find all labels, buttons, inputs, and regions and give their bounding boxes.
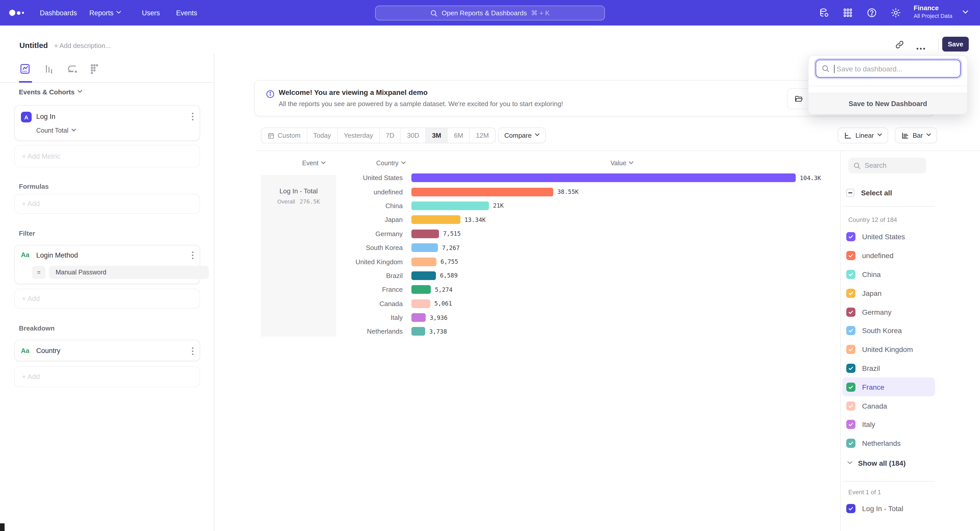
data-settings-icon[interactable] <box>819 7 830 18</box>
bar-brazil[interactable] <box>411 271 436 280</box>
section-label: Breakdown <box>19 324 55 332</box>
project-switcher[interactable]: Finance All Project Data <box>914 4 953 19</box>
bar-china[interactable] <box>411 201 489 210</box>
bar-united-kingdom[interactable] <box>411 257 436 266</box>
add-filter-button[interactable]: + Add <box>14 289 200 309</box>
bar-netherlands[interactable] <box>411 327 425 336</box>
kebab-icon[interactable] <box>192 113 193 120</box>
link-icon[interactable] <box>895 40 904 52</box>
column-header-country[interactable]: Country <box>376 160 406 167</box>
add-metric-button[interactable]: + Add Metric <box>14 145 200 167</box>
metric-event-name[interactable]: Log In <box>36 113 56 120</box>
nav-item-dashboards[interactable]: Dashboards <box>40 0 77 25</box>
country-filter-item-united-states[interactable]: United States <box>842 228 935 246</box>
tab-funnels-bar-icon[interactable] <box>43 63 55 75</box>
date-segment-today[interactable]: Today <box>307 128 338 143</box>
checked-checkbox[interactable] <box>846 401 856 411</box>
bar-japan[interactable] <box>411 216 460 224</box>
bar-italy[interactable] <box>411 313 426 322</box>
scale-label: Linear <box>856 132 874 139</box>
indeterminate-checkbox[interactable] <box>846 189 854 197</box>
show-all-toggle[interactable]: Show all (184) <box>847 459 906 467</box>
compare-button[interactable]: Compare <box>498 127 546 143</box>
country-filter-item-italy[interactable]: Italy <box>842 415 935 434</box>
country-filter-item-canada[interactable]: Canada <box>842 396 935 415</box>
apps-grid-icon[interactable] <box>842 7 853 18</box>
gear-icon[interactable] <box>890 7 901 18</box>
aggregation-selector[interactable]: Count Total <box>36 127 76 134</box>
nav-item-reports[interactable]: Reports <box>89 0 121 25</box>
bar-germany[interactable] <box>411 230 439 238</box>
date-segment-7d[interactable]: 7D <box>380 128 401 143</box>
event-filter-item[interactable]: Log In - Total <box>846 504 903 513</box>
chart-type-button[interactable]: Bar <box>895 127 937 143</box>
country-filter-item-netherlands[interactable]: Netherlands <box>842 434 935 453</box>
scale-selector-button[interactable]: Linear <box>838 127 888 143</box>
column-header-event[interactable]: Event <box>302 160 326 167</box>
date-segment-3m[interactable]: 3M <box>426 128 448 143</box>
checked-checkbox[interactable] <box>846 439 856 448</box>
segment-search-input[interactable]: Search <box>848 158 926 173</box>
filter-card[interactable]: Aa Login Method = Manual Password <box>14 245 200 284</box>
kebab-icon[interactable] <box>192 252 193 259</box>
filter-value[interactable]: Manual Password <box>49 266 209 279</box>
checked-checkbox[interactable] <box>846 345 856 354</box>
kebab-icon[interactable] <box>192 347 193 355</box>
more-actions-ellipsis-icon[interactable] <box>916 43 925 52</box>
nav-item-users[interactable]: Users <box>142 0 160 25</box>
bar-canada[interactable] <box>411 299 430 308</box>
date-range-segmented-control: CustomTodayYesterday7D30D3M6M12M <box>261 127 496 143</box>
checked-checkbox[interactable] <box>846 326 856 335</box>
select-all-toggle[interactable]: Select all <box>846 189 892 197</box>
checked-checkbox[interactable] <box>846 251 856 260</box>
tab-retention-icon[interactable] <box>88 63 100 75</box>
report-title[interactable]: Untitled <box>19 41 48 49</box>
country-filter-label: China <box>862 270 881 279</box>
checked-checkbox[interactable] <box>846 232 856 241</box>
mixpanel-logo-icon[interactable] <box>9 0 24 25</box>
events-cohorts-header[interactable]: Events & Cohorts <box>19 88 82 96</box>
nav-item-events[interactable]: Events <box>176 0 197 25</box>
bar-south-korea[interactable] <box>411 243 438 252</box>
checked-checkbox[interactable] <box>846 308 856 317</box>
checked-checkbox[interactable] <box>846 289 856 298</box>
country-filter-item-brazil[interactable]: Brazil <box>842 359 935 378</box>
bar-united-states[interactable] <box>411 173 796 182</box>
checked-checkbox[interactable] <box>846 420 856 429</box>
breakdown-card[interactable]: Aa Country <box>14 340 200 361</box>
checked-checkbox[interactable] <box>846 504 856 513</box>
breakdown-property-name[interactable]: Country <box>36 347 60 355</box>
bar-undefined[interactable] <box>411 187 553 196</box>
tab-insights-chart-icon[interactable] <box>19 63 31 75</box>
country-filter-item-south-korea[interactable]: South Korea <box>842 321 935 340</box>
column-header-value[interactable]: Value <box>611 160 633 167</box>
metric-card[interactable]: A Log In Count Total <box>14 105 200 141</box>
country-filter-item-germany[interactable]: Germany <box>842 303 935 321</box>
add-description-button[interactable]: + Add description... <box>54 42 111 49</box>
save-button[interactable]: Save <box>942 37 969 52</box>
save-to-new-dashboard-button[interactable]: Save to New Dashboard <box>808 93 967 114</box>
add-formula-button[interactable]: + Add <box>14 194 200 214</box>
tab-flows-icon[interactable] <box>66 63 78 75</box>
country-filter-item-japan[interactable]: Japan <box>842 284 935 303</box>
date-segment-6m[interactable]: 6M <box>448 128 470 143</box>
filter-operator[interactable]: = <box>32 266 45 279</box>
date-segment-yesterday[interactable]: Yesterday <box>338 128 380 143</box>
bar-france[interactable] <box>411 285 431 294</box>
checked-checkbox[interactable] <box>846 364 856 373</box>
country-filter-item-france[interactable]: France <box>842 378 935 396</box>
filter-property-name[interactable]: Login Method <box>36 252 78 259</box>
date-segment-12m[interactable]: 12M <box>470 128 495 143</box>
chevron-down-icon[interactable] <box>963 10 967 15</box>
help-icon[interactable] <box>866 7 877 18</box>
checked-checkbox[interactable] <box>846 382 856 392</box>
country-filter-item-united-kingdom[interactable]: United Kingdom <box>842 340 935 359</box>
date-segment-30d[interactable]: 30D <box>401 128 426 143</box>
global-search[interactable]: Open Reports & Dashboards ⌘ + K <box>375 6 605 21</box>
country-filter-item-china[interactable]: China <box>842 265 935 284</box>
date-segment-custom[interactable]: Custom <box>261 128 307 143</box>
dashboard-search-input[interactable]: Save to dashboard... <box>816 60 961 78</box>
country-filter-item-undefined[interactable]: undefined <box>842 246 935 265</box>
add-breakdown-button[interactable]: + Add <box>14 366 200 387</box>
checked-checkbox[interactable] <box>846 270 856 279</box>
